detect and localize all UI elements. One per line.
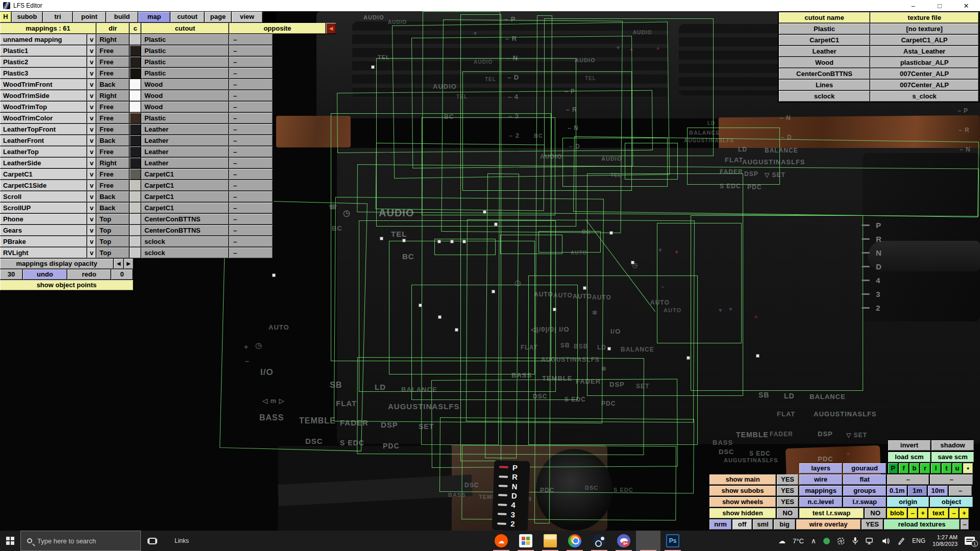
option-1m[interactable]: 1m [908, 486, 927, 496]
mapping-opposite[interactable]: – [229, 113, 273, 123]
mapping-name[interactable]: PBrake [0, 236, 87, 247]
menu-item-map[interactable]: map [138, 12, 170, 22]
mapping-opposite[interactable]: – [229, 169, 273, 180]
cutout-name[interactable]: Wood [779, 57, 870, 68]
vertex-handle[interactable] [687, 356, 690, 360]
texture-file[interactable]: plasticbar_ALP [870, 57, 978, 68]
mapping-direction[interactable]: Top [96, 236, 129, 247]
mapping-cutout[interactable]: CenterConBTTNS [141, 225, 229, 236]
mapping-opposite[interactable]: – [229, 180, 273, 191]
mapping-cutout[interactable]: CarpetC1 [141, 191, 229, 202]
mapping-color-swatch[interactable] [130, 68, 141, 79]
option-object[interactable]: object [930, 497, 973, 507]
mapping-direction[interactable]: Free [96, 68, 129, 79]
taskbar-app-ms-store[interactable] [513, 531, 538, 551]
mapping-color-swatch[interactable] [130, 247, 141, 258]
mapping-opposite[interactable]: – [229, 68, 273, 79]
mapping-visibility-toggle[interactable]: v [87, 203, 96, 213]
texture-file[interactable]: Asta_Leather [870, 46, 978, 57]
option-n-c-level[interactable]: n.c.level [799, 497, 842, 507]
mapping-name[interactable]: Plastic2 [0, 57, 87, 67]
mapping-direction[interactable]: Free [96, 146, 129, 157]
mapping-name[interactable]: Plastic1 [0, 45, 87, 56]
mapping-name[interactable]: CarpetC1 [0, 169, 87, 180]
texture-file[interactable]: [no texture] [870, 23, 978, 34]
vertex-handle[interactable] [609, 231, 613, 235]
cutout-name[interactable]: Lines [779, 80, 870, 90]
mapping-opposite[interactable]: – [229, 90, 273, 101]
vertex-handle[interactable] [437, 240, 441, 243]
menu-item-subob[interactable]: subob [12, 12, 42, 22]
mapping-color-swatch[interactable] [130, 169, 141, 180]
option-flat[interactable]: flat [843, 474, 886, 485]
option-minus[interactable]: – [961, 519, 969, 530]
taskbar-app-file-explorer[interactable] [538, 531, 562, 551]
mapping-visibility-toggle[interactable]: v [87, 214, 96, 224]
mapping-color-swatch[interactable] [130, 214, 141, 224]
mapping-color-swatch[interactable] [130, 180, 141, 191]
option-minus[interactable]: – [930, 474, 973, 485]
option-show-hidden[interactable]: show hidden [709, 508, 776, 518]
mapping-cutout[interactable]: Plastic [141, 113, 229, 123]
mapping-direction[interactable]: Top [96, 247, 129, 258]
vertex-handle[interactable] [419, 304, 422, 307]
volume-icon[interactable] [881, 537, 890, 545]
option-wire-overlay[interactable]: wire overlay [796, 519, 861, 530]
option-yes[interactable]: YES [777, 474, 798, 485]
projection-button-p[interactable]: P [888, 463, 898, 473]
texture-file[interactable]: CarpetC1_ALP [870, 35, 978, 45]
opacity-decrease-button[interactable]: ◄ [114, 259, 124, 269]
menu-item-cutout[interactable]: cutout [170, 12, 204, 22]
option-yes[interactable]: YES [777, 497, 798, 507]
mapping-visibility-toggle[interactable]: v [87, 135, 96, 146]
vertex-handle[interactable] [583, 286, 586, 290]
mapping-opposite[interactable]: – [229, 247, 273, 258]
mapping-direction[interactable]: Free [96, 102, 129, 112]
mapping-direction[interactable]: Right [96, 158, 129, 168]
mapping-color-swatch[interactable] [130, 79, 141, 90]
taskbar-app-photoshop[interactable]: Ps [660, 531, 685, 551]
texture-file[interactable]: 007Center_ALP [870, 80, 978, 90]
mapping-opposite[interactable]: – [229, 34, 273, 45]
mapping-color-swatch[interactable] [130, 203, 141, 213]
vertex-handle[interactable] [756, 354, 760, 358]
mapping-visibility-toggle[interactable]: v [87, 180, 96, 191]
option-mappings[interactable]: mappings [799, 486, 842, 496]
cutout-name[interactable]: CenterConBTTNS [779, 68, 870, 79]
option-origin[interactable]: origin [887, 497, 929, 507]
vertex-handle[interactable] [450, 240, 454, 243]
menu-item-tri[interactable]: tri [43, 12, 72, 22]
mapping-visibility-toggle[interactable]: v [87, 158, 96, 168]
projection-button-u[interactable]: u [952, 463, 962, 473]
option-minus[interactable]: – [887, 474, 929, 485]
mapping-color-swatch[interactable] [130, 102, 141, 112]
option-text[interactable]: text [928, 508, 948, 518]
cutout-name[interactable]: CarpetC1 [779, 35, 870, 45]
mapping-opposite[interactable]: – [229, 214, 273, 224]
notification-center-icon[interactable]: 1 [965, 537, 975, 545]
menu-item-page[interactable]: page [205, 12, 231, 22]
option-blob[interactable]: blob [887, 508, 907, 518]
vertex-handle[interactable] [494, 222, 498, 226]
mapping-cutout[interactable]: Leather [141, 135, 229, 146]
show-object-points-button[interactable]: show object points [0, 280, 133, 290]
taskbar-app-steam[interactable] [587, 531, 611, 551]
mapping-name[interactable]: LeatherTop [0, 146, 87, 157]
vertex-handle[interactable] [553, 308, 556, 311]
minimize-button[interactable]: – [909, 2, 918, 10]
mapping-cutout[interactable]: Leather [141, 146, 229, 157]
mapping-opposite[interactable]: – [229, 79, 273, 90]
texture-file[interactable]: 007Center_ALP [870, 68, 978, 79]
vertex-handle[interactable] [438, 315, 442, 319]
opacity-increase-button[interactable]: ► [124, 259, 133, 269]
mapping-direction[interactable]: Free [96, 113, 129, 123]
temperature-label[interactable]: 7°C [793, 537, 804, 545]
option-show-wheels[interactable]: show wheels [709, 497, 776, 507]
mapping-opposite[interactable]: – [229, 124, 273, 135]
mapping-color-swatch[interactable] [130, 57, 141, 67]
load-scm-button[interactable]: load scm [888, 452, 930, 462]
mapping-direction[interactable]: Back [96, 135, 129, 146]
weather-icon[interactable]: ☁ [778, 537, 786, 545]
mapping-opposite[interactable]: – [229, 45, 273, 56]
option-minus[interactable]: – [908, 508, 917, 518]
